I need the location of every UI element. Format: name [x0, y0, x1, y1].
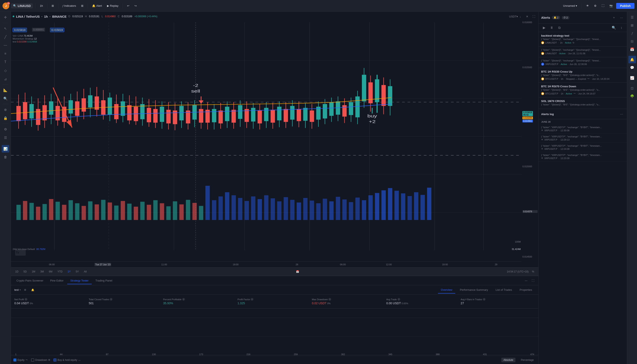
percent-btn[interactable]: % [530, 270, 536, 274]
cursor-tool[interactable]: ↖ [2, 24, 9, 32]
alert-item-1[interactable]: backtest strategy test { "ticker": "{{ti… [539, 32, 627, 46]
more-options-btn[interactable]: ⋯ [618, 15, 624, 20]
settings-tool[interactable]: ⚙ [2, 126, 9, 133]
period-1d[interactable]: 1D [14, 270, 20, 274]
subtab-performance[interactable]: Performance Summary [457, 286, 491, 294]
watchlist-icon-btn[interactable]: ☰ [628, 14, 636, 21]
undo-button[interactable]: ↩ [125, 3, 131, 8]
crosshair-tool[interactable]: ✛ [2, 14, 9, 21]
redo-button[interactable]: ↪ [133, 3, 138, 8]
log-more-btn[interactable]: ⋯ [618, 111, 624, 117]
messages-btn[interactable]: 💬 [628, 64, 636, 71]
trash-tool[interactable]: 🗑 [2, 154, 9, 161]
calendar-btn[interactable]: 📅 [294, 270, 301, 274]
period-all[interactable]: All [82, 270, 88, 274]
strategy-settings-btn[interactable]: ⚙ [22, 287, 28, 293]
tab-screener[interactable]: Crypto Pairs Screener [14, 277, 46, 284]
screener-btn[interactable]: ⊟ [628, 38, 636, 45]
publish-button[interactable]: Publish [616, 3, 634, 9]
equity-checkbox-item[interactable]: Equity 〜 [14, 358, 28, 362]
net-profit-info[interactable]: i [25, 298, 27, 301]
expand-panel-btn[interactable]: ⛶ [530, 278, 536, 284]
add-alert-btn[interactable]: ＋ [611, 15, 617, 20]
indicators-panel-btn[interactable]: 𝑓 [628, 30, 636, 37]
lock-tool[interactable]: 🔒 [2, 114, 9, 122]
avg-trade-info[interactable]: i [397, 298, 400, 301]
timeframe-button[interactable]: 1h [38, 3, 45, 8]
buy-hold-checkbox-item[interactable]: Buy & hold equity — [54, 358, 80, 362]
templates-button[interactable]: ⊞ [79, 3, 85, 8]
period-1m[interactable]: 1M [30, 270, 37, 274]
shape-tool[interactable]: ◇ [2, 67, 9, 74]
strategy-name-dropdown[interactable]: test ▾ [14, 288, 21, 292]
alert-item-2[interactable]: { "ticker": "{{ticker}}", "exchange": "{… [539, 46, 627, 57]
object-tree-btn[interactable]: 🌳 [628, 92, 636, 100]
period-5d[interactable]: 5D [22, 270, 28, 274]
strategy-add-alert-btn[interactable]: 🔔 [30, 287, 36, 293]
period-ytd[interactable]: YTD [56, 270, 64, 274]
log-item-3[interactable]: { "ticker": "XRPUSDT.P", "exchange": "BY… [539, 143, 627, 152]
currency-selector[interactable]: USDT▾ [511, 14, 517, 19]
subtab-trades[interactable]: List of Trades [493, 286, 515, 294]
drawdown-info[interactable]: i [328, 298, 331, 301]
buy-hold-checkbox[interactable] [54, 358, 57, 362]
tab-trading-panel[interactable]: Trading Panel [92, 277, 115, 284]
alert-item-5[interactable]: BTC 1H RSI70 Cross Down { "ticker": "{{t… [539, 83, 627, 98]
log-item-4[interactable]: { "ticker": "XRPUSDT.P", "exchange": "BY… [539, 152, 627, 162]
subtab-properties[interactable]: Properties [517, 286, 535, 294]
symbol-selector[interactable]: 🔍 LINAUSD [11, 3, 33, 8]
channel-tool[interactable]: ≡ [2, 50, 9, 58]
minimize-panel-btn[interactable]: — [523, 278, 529, 284]
text-tool[interactable]: T [2, 58, 9, 66]
absolute-button[interactable]: Absolute [501, 358, 515, 362]
ray-tool[interactable]: — [2, 42, 9, 49]
pct-profitable-info[interactable]: i [182, 298, 185, 301]
tab-pine-editor[interactable]: Pine Editor [47, 277, 67, 284]
period-1y[interactable]: 1Y [66, 270, 73, 274]
chart-name-button[interactable]: Unnamed ▾ [561, 3, 579, 8]
measure-tool[interactable]: 📐 [2, 86, 9, 94]
magnet-tool[interactable]: ⊕ [2, 106, 9, 114]
calendar-btn-right[interactable]: 📅 [628, 46, 636, 53]
camera-icon-btn[interactable]: 📷 [608, 3, 614, 8]
chart-area[interactable]: LINA / TetherUS · 1h · BINANCE O 0.01511… [11, 12, 538, 276]
filter-icon[interactable]: ↕ [618, 25, 624, 31]
chart-canvas[interactable]: -2 sell buy +2 [11, 22, 522, 250]
play-icon[interactable]: ▶ [541, 25, 547, 31]
strategy-tool[interactable]: 📊 [2, 145, 9, 152]
drawdown-checkbox[interactable] [31, 358, 34, 362]
avg-bars-info[interactable]: i [483, 298, 486, 301]
watchlist-icon-btn[interactable]: 👁 [584, 3, 591, 8]
period-6m[interactable]: 6M [47, 270, 54, 274]
alerts-btn-right[interactable]: 🔔 [628, 56, 636, 63]
line-tool[interactable]: ╱ [2, 33, 9, 40]
subtab-overview[interactable]: Overview [438, 286, 455, 294]
indicators-button[interactable]: 𝑓 Indicators [61, 3, 78, 8]
equity-checkbox[interactable] [14, 358, 17, 362]
replay-button[interactable]: ▶ Replay [105, 3, 120, 8]
percentage-button[interactable]: Percentage [519, 358, 536, 362]
log-item-1[interactable]: { "ticker": "XRPUSDT.P", "exchange": "BY… [539, 124, 627, 134]
user-avatar[interactable]: J 11 [3, 2, 9, 9]
copy-icon[interactable]: ⧉ [556, 25, 562, 31]
profit-factor-info[interactable]: i [251, 298, 253, 301]
search-alerts-icon[interactable]: 🔍 [611, 25, 617, 31]
drawdown-checkbox-item[interactable]: Drawdown ⊞ [31, 358, 50, 362]
collapse-btn[interactable]: ✕ [524, 14, 530, 19]
expand-btn[interactable]: ⛶ [531, 14, 537, 19]
tab-strategy-tester[interactable]: Strategy Tester [67, 277, 91, 284]
scroll-down-btn[interactable]: ↓ [517, 14, 523, 19]
fullscreen-icon-btn[interactable]: ⛶ [600, 3, 606, 8]
log-item-2[interactable]: { "ticker": "XRPUSDT.P", "exchange": "BY… [539, 134, 627, 143]
period-3m[interactable]: 3M [39, 270, 46, 274]
zoom-tool[interactable]: 🔍 [2, 95, 9, 102]
alert-item-4[interactable]: BTC 1H RSI30 Cross Up { "ticker": "{{tic… [539, 68, 627, 83]
watchlist-tool[interactable]: ☰ [2, 134, 9, 142]
alert-item-6[interactable]: SOL 1M70 CROSS { "ticker": "{{ticker}}",… [539, 98, 627, 109]
compare-button[interactable]: ⊞ [50, 3, 56, 8]
projection-tool[interactable]: ⊿ [2, 75, 9, 83]
data-window-btn[interactable]: ⊡ [628, 84, 636, 92]
settings-icon-btn[interactable]: ⚙ [592, 3, 598, 8]
alert-button[interactable]: 🔔 Alert [90, 3, 104, 8]
total-trades-info[interactable]: i [110, 298, 112, 301]
